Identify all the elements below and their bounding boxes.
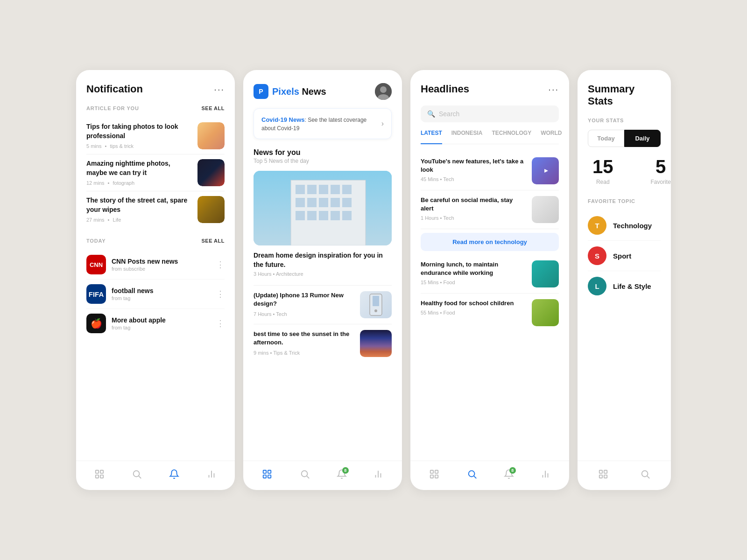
nav-grid-icon[interactable] [428, 468, 441, 481]
svg-rect-1 [100, 470, 103, 473]
article-thumbnail [197, 122, 225, 149]
topic-technology[interactable]: T Technology [588, 210, 661, 241]
svg-rect-26 [307, 211, 317, 220]
nav-bell-badge[interactable]: 8 [504, 469, 514, 479]
headlines-header: Headlines ··· [421, 83, 559, 95]
news-card-meta: 9 mins • Tips & Trick [254, 350, 354, 356]
tab-indonesia[interactable]: INDONESIA [451, 130, 483, 139]
svg-rect-0 [96, 470, 99, 473]
today-label: TODAY [86, 238, 106, 244]
subscription-source: from subscribe [112, 266, 216, 272]
article-title: Tips for taking photos to look professio… [86, 122, 192, 140]
nav-search-icon[interactable] [639, 468, 652, 481]
svg-line-48 [474, 476, 476, 478]
headline-meta: 55 Mins • Food [421, 310, 526, 315]
nav-search-icon[interactable] [130, 468, 143, 481]
notification-badge: 8 [342, 467, 349, 474]
article-item[interactable]: Tips for taking photos to look professio… [86, 118, 225, 154]
see-all-articles-button[interactable]: SEE ALL [201, 105, 225, 111]
topic-lifestyle[interactable]: L Life & Style [588, 271, 661, 301]
headline-title: Be careful on social media, stay alert [421, 196, 526, 213]
topic-sport[interactable]: S Sport [588, 241, 661, 271]
tab-latest[interactable]: LATEST [421, 130, 442, 144]
headline-item-food[interactable]: Healthy food for school children 55 Mins… [421, 294, 559, 332]
svg-rect-33 [263, 470, 266, 473]
tab-technology[interactable]: TECHNOLOGY [492, 130, 531, 139]
nav-chart-icon[interactable] [372, 468, 385, 481]
pixels-logo: P [254, 84, 268, 99]
pixels-brand-name: Pixels News [272, 86, 326, 97]
bottom-navigation [578, 461, 671, 490]
headline-item-lunch[interactable]: Morning lunch, to maintain endurance whi… [421, 255, 559, 294]
covid-title: Covid-19 News [261, 116, 304, 123]
article-meta: 12 mins • fotograph [86, 180, 192, 186]
nav-bell-icon[interactable] [168, 468, 181, 481]
news-card-meta: 7 Hours • Tech [254, 311, 354, 317]
headline-item-social[interactable]: Be careful on social media, stay alert 1… [421, 190, 559, 229]
nav-search-icon[interactable] [298, 468, 311, 481]
subscription-name: football news [112, 287, 216, 294]
user-avatar[interactable] [375, 83, 392, 100]
nav-grid-icon[interactable] [93, 468, 106, 481]
see-all-today-button[interactable]: SEE ALL [201, 238, 225, 244]
nav-chart-icon[interactable] [539, 468, 552, 481]
subscription-more-icon[interactable]: ⋮ [216, 319, 225, 328]
news-sub-label: Top 5 News of the day [254, 158, 392, 164]
svg-rect-29 [342, 211, 352, 220]
covid-arrow-icon: › [381, 119, 384, 128]
tab-world[interactable]: WORLD [541, 130, 562, 139]
read-more-technology-button[interactable]: Read more on technology [421, 233, 559, 251]
subscription-item-cnn[interactable]: CNN CNN Posts new news from subscribe ⋮ [86, 250, 225, 280]
toggle-daily-button[interactable]: Daily [624, 130, 661, 147]
featured-image [254, 171, 392, 245]
news-card-iphone[interactable]: (Update) Iphone 13 Rumor New design? 7 H… [254, 285, 392, 324]
subscription-list: CNN CNN Posts new news from subscribe ⋮ … [86, 250, 225, 338]
nav-grid-icon[interactable] [597, 468, 610, 481]
headline-meta: 15 Mins • Food [421, 280, 526, 285]
lifestyle-avatar: L [588, 277, 606, 295]
summary-stats-screen: Summary Stats YOUR STATS Today Daily 15 … [578, 70, 671, 490]
subscription-more-icon[interactable]: ⋮ [216, 260, 225, 269]
topic-sport-label: Sport [613, 252, 631, 260]
article-title: Amazing nighttime photos, maybe we can t… [86, 159, 192, 177]
pixels-brand: P Pixels News [254, 84, 326, 99]
svg-line-38 [307, 476, 309, 478]
svg-rect-24 [342, 198, 352, 207]
more-options-icon[interactable]: ··· [548, 84, 559, 95]
toggle-today-button[interactable]: Today [588, 130, 624, 147]
svg-rect-52 [599, 470, 602, 473]
news-card-thumbnail [360, 291, 392, 318]
subscription-name: More about apple [112, 316, 216, 324]
svg-rect-20 [296, 198, 305, 207]
nav-chart-icon[interactable] [205, 468, 218, 481]
today-section-label: TODAY SEE ALL [86, 238, 225, 244]
search-bar[interactable]: 🔍 Search [421, 105, 559, 122]
read-stat: 15 Read [592, 156, 613, 185]
nav-bell-badge[interactable]: 8 [337, 469, 347, 479]
article-item[interactable]: Amazing nighttime photos, maybe we can t… [86, 154, 225, 191]
pixels-news-screen: P Pixels News Covid-19 News: See the lat… [243, 70, 402, 490]
more-options-icon[interactable]: ··· [214, 84, 225, 95]
headline-item-youtube[interactable]: YouTube's new features, let's take a loo… [421, 152, 559, 190]
covid-banner[interactable]: Covid-19 News: See the latest coverage a… [254, 108, 392, 139]
subscription-more-icon[interactable]: ⋮ [216, 290, 225, 298]
search-bar-icon: 🔍 [427, 110, 435, 118]
svg-rect-28 [331, 211, 340, 220]
svg-rect-27 [319, 211, 328, 220]
notification-title: Notification [86, 83, 143, 95]
bottom-navigation [76, 461, 235, 490]
article-thumbnail [197, 196, 225, 223]
subscription-item-apple[interactable]: 🍎 More about apple from tag ⋮ [86, 309, 225, 338]
svg-rect-36 [268, 475, 271, 478]
article-item[interactable]: The story of the street cat, spare your … [86, 191, 225, 228]
tabs-row: LATEST INDONESIA TECHNOLOGY WORLD [421, 130, 559, 144]
nav-search-icon[interactable] [465, 468, 479, 481]
favorite-label: Favorite [651, 179, 671, 185]
nav-grid-icon[interactable] [261, 468, 274, 481]
news-card-sunset[interactable]: best time to see the sunset in the after… [254, 324, 392, 363]
svg-line-5 [139, 476, 141, 478]
notification-badge: 8 [509, 467, 516, 474]
svg-rect-2 [96, 475, 99, 478]
subscription-item-fifa[interactable]: FIFA football news from tag ⋮ [86, 280, 225, 309]
news-card-title: (Update) Iphone 13 Rumor New design? [254, 291, 354, 308]
